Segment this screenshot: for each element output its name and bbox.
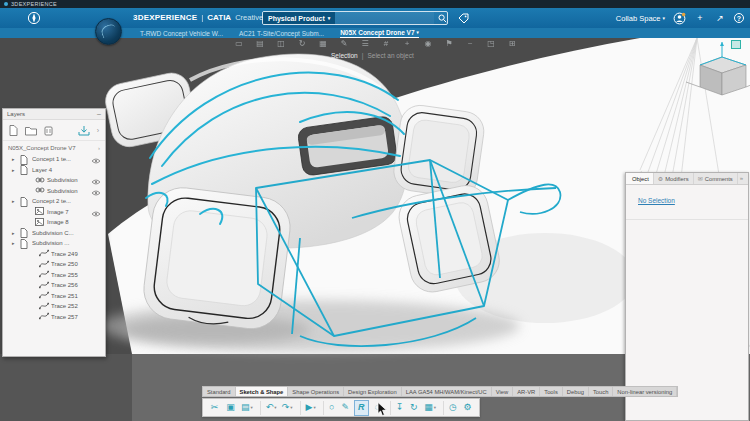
user-avatar-icon[interactable] (673, 12, 686, 25)
stack-icon[interactable]: ▤ (254, 39, 266, 48)
action-bar-tab[interactable]: Non-linear versioning (613, 387, 677, 396)
new-folder-icon[interactable] (25, 126, 37, 136)
layer-tree-item[interactable]: ▸ (3, 280, 105, 291)
visibility-eye-icon[interactable] (91, 182, 101, 200)
tag-icon[interactable] (458, 13, 469, 24)
action-bar-tab[interactable]: AR-VR (513, 387, 540, 396)
layer-tree-item[interactable]: ▸ (3, 291, 105, 302)
share-icon[interactable]: ↗ (714, 12, 726, 24)
snap-grid-icon[interactable]: # (380, 39, 392, 48)
layer-tree-item[interactable]: ▸ (3, 207, 105, 218)
search-button[interactable] (434, 12, 448, 24)
action-bar-tab[interactable]: Standard (203, 387, 236, 396)
action-bar-tab[interactable]: Design Exploration (344, 387, 402, 396)
history-icon[interactable]: ◷ ▾ (443, 401, 458, 415)
search-input[interactable] (335, 12, 434, 24)
delete-layer-icon[interactable] (44, 126, 53, 136)
layer-tree-item[interactable]: ▸ (3, 175, 105, 186)
properties-tab[interactable]: ✉ Comments (694, 173, 738, 184)
link-icon (35, 176, 45, 184)
undo-icon[interactable]: ↶ ▾ (260, 401, 278, 415)
expander-icon[interactable]: ▸ (12, 240, 17, 246)
page-icon (20, 228, 28, 238)
3ds-compass-icon[interactable] (27, 11, 41, 25)
floor-corner (0, 354, 132, 421)
collab-space-dropdown[interactable]: Collab Space ▾ (616, 14, 665, 23)
help-icon[interactable]: ? (734, 13, 744, 23)
viewport-icon[interactable]: ◳ (485, 39, 497, 48)
layer-tree-item[interactable]: ▸ (3, 165, 105, 176)
properties-tab[interactable]: Object (626, 173, 654, 184)
viewport-expand-icon[interactable] (731, 40, 741, 49)
action-bar-tab[interactable]: View (492, 387, 513, 396)
layer-tree-item[interactable]: ▸ (3, 301, 105, 312)
select-arrow-icon[interactable]: ▶ ▾ (300, 401, 317, 415)
action-bar-tab[interactable]: Debug (563, 387, 589, 396)
action-bar-tab-label: Debug (567, 389, 584, 395)
chevron-right-icon[interactable]: › (97, 127, 99, 134)
action-bar-tab[interactable]: Touch (589, 387, 613, 396)
layer-tree-item[interactable]: ▸ (3, 249, 105, 260)
properties-tab[interactable]: ⚙ Modifiers (654, 173, 694, 184)
layer-tree-item[interactable]: ▸ (3, 186, 105, 197)
import-layer-icon[interactable] (78, 125, 90, 136)
layer-tree-item[interactable]: ▸ (3, 312, 105, 323)
layer-tree-item[interactable]: ▸ (3, 154, 105, 165)
anchor-icon[interactable]: ↧ ▾ (390, 401, 405, 415)
action-bar-tab[interactable]: Shape Operations (288, 387, 344, 396)
update-icon[interactable]: ↻ (296, 39, 308, 48)
box-select-icon[interactable]: ▦ ▾ (423, 401, 437, 415)
visibility-eye-icon[interactable] (91, 150, 101, 168)
action-bar-tab[interactable]: Sketch & Shape (236, 387, 289, 396)
add-icon[interactable]: + (694, 12, 706, 24)
new-layer-icon[interactable] (9, 125, 18, 136)
expander-icon[interactable]: ▸ (12, 198, 17, 204)
search-scope-dropdown[interactable]: Physical Product ▾ (263, 12, 335, 24)
layer-tree-item[interactable]: ▸ (3, 196, 105, 207)
breadcrumb-item[interactable]: N05X Concept Drone V7 ▾ (340, 28, 419, 38)
3ds-logo[interactable] (95, 18, 122, 45)
expander-icon[interactable]: ▸ (12, 156, 17, 162)
gesture-sketch-icon[interactable]: R ▾ (355, 401, 368, 415)
list-icon[interactable]: ☰ (359, 39, 371, 48)
settings-icon[interactable]: ⚙ ▾ (461, 401, 474, 415)
no-selection-link[interactable]: No Selection (638, 197, 675, 204)
expander-icon[interactable]: ▸ (12, 167, 17, 173)
action-bar-tab[interactable]: Tools (540, 387, 563, 396)
visibility-eye-icon[interactable] (91, 203, 101, 221)
minimize-icon[interactable]: – (97, 111, 101, 117)
paste-icon[interactable]: ▤ ▾ (240, 401, 254, 415)
expander-icon[interactable]: ▸ (12, 230, 17, 236)
snap-circle-icon[interactable]: ○ ▾ (323, 401, 336, 415)
redo-icon[interactable]: ↷ ▾ (281, 401, 294, 415)
curve-icon[interactable]: ~ (464, 39, 476, 48)
new-window-icon[interactable]: ▭ (233, 39, 245, 48)
layer-label: Trace 250 (51, 261, 88, 267)
panel-more-icon[interactable]: » (740, 175, 746, 181)
compare-icon[interactable]: ◫ (275, 39, 287, 48)
layers-root-node[interactable]: N05X_Concept Drone V7 › (3, 141, 105, 154)
layer-tree-item[interactable]: ▸ (3, 259, 105, 270)
layer-tree-item[interactable]: ▸ (3, 217, 105, 228)
grid-plus-icon[interactable]: ⊞ (506, 39, 518, 48)
layer-tree-item[interactable]: ▸ (3, 238, 105, 249)
tab-label: Comments (705, 176, 733, 182)
action-bar-tab-label: Shape Operations (292, 389, 339, 395)
action-bar-tab[interactable]: LAA GA54 MH/WAM/Kinect/UC (402, 387, 492, 396)
page-icon (20, 155, 28, 165)
pod-front-left[interactable] (140, 184, 293, 332)
layer-label: Trace 257 (51, 314, 88, 320)
cut-icon[interactable]: ✂ ▾ (208, 401, 221, 415)
flag-icon[interactable]: ⚑ (443, 39, 455, 48)
copy-icon[interactable]: ▣ ▾ (224, 401, 237, 415)
draw-curve-icon[interactable]: ✎ ▾ (339, 401, 352, 415)
layer-tree-item[interactable]: ▸ (3, 270, 105, 281)
annotate-icon[interactable]: ✎ (338, 39, 350, 48)
mesh-icon[interactable]: ▦ (317, 39, 329, 48)
refresh-icon[interactable]: ↻ ▾ (407, 401, 420, 415)
add-icon[interactable]: + (401, 39, 413, 48)
layer-tree-item[interactable]: ▸ (3, 228, 105, 239)
breadcrumb-item[interactable]: AC21 T-Site/Concept Subm... ▾ (239, 28, 324, 38)
breadcrumb-item[interactable]: T-RWD Concept Vehicle W... ▾ (140, 28, 223, 38)
focus-icon[interactable]: ◉ (422, 39, 434, 48)
